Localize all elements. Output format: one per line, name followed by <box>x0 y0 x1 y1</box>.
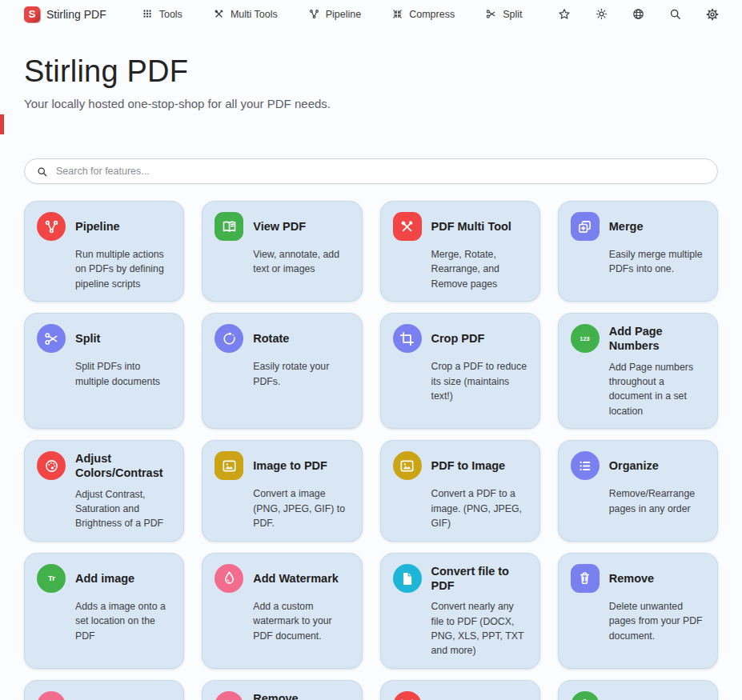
gear-icon[interactable] <box>705 7 720 22</box>
card-description: Remove/Rearrange pages in any order <box>609 486 705 516</box>
compress-icon <box>391 8 403 20</box>
card-description: Convert nearly any file to PDF (DOCX, PN… <box>431 599 527 658</box>
trash-icon <box>571 564 600 593</box>
star-icon[interactable] <box>557 7 572 22</box>
feature-card-add-password[interactable]: Add PasswordEncrypt your PDF document wi… <box>24 680 184 700</box>
list-icon <box>571 451 600 480</box>
svg-text:Tr: Tr <box>47 574 54 582</box>
feature-card-compress[interactable]: CompressCompress PDFs to reduce their fi… <box>380 680 540 700</box>
feature-card-organize[interactable]: OrganizeRemove/Rearrange pages in any or… <box>558 440 718 542</box>
left-edge-red-marker <box>0 114 4 134</box>
card-description: Easily merge multiple PDFs into one. <box>609 247 705 277</box>
numbers-123-icon: 123 <box>571 324 600 353</box>
lock-icon <box>37 691 66 700</box>
card-title: Convert file to PDF <box>431 564 527 593</box>
droplet-icon <box>215 564 243 593</box>
feature-card-image-to-pdf[interactable]: Image to PDFConvert a image (PNG, JPEG, … <box>202 440 362 542</box>
feature-card-add-watermark[interactable]: Add WatermarkAdd a custom watermark to y… <box>202 553 362 669</box>
card-title: Merge <box>609 219 705 234</box>
card-description: Crop a PDF to reduce its size (maintains… <box>431 359 527 403</box>
sun-icon[interactable] <box>595 7 608 21</box>
card-title: Crop PDF <box>431 331 527 346</box>
feature-card-pipeline[interactable]: PipelineRun multiple actions on PDFs by … <box>24 201 184 302</box>
feature-card-convert-file-to-pdf[interactable]: Convert file to PDFConvert nearly any fi… <box>380 553 540 669</box>
brand-name: Stirling PDF <box>46 8 106 21</box>
svg-text:123: 123 <box>580 335 590 342</box>
scissors-icon <box>485 8 497 20</box>
card-title: Add image <box>75 571 171 586</box>
nav-item-pipeline[interactable]: Pipeline <box>308 8 361 20</box>
nav-item-label: Compress <box>409 9 455 20</box>
palette-icon <box>37 451 66 480</box>
search-input[interactable] <box>56 166 706 177</box>
scissors-icon <box>37 324 66 353</box>
card-description: Split PDFs into multiple documents <box>75 359 171 389</box>
feature-card-remove[interactable]: RemoveDelete unwanted pages from your PD… <box>558 553 718 669</box>
feature-card-change-metadata[interactable]: Change MetadataChange/Remove/Add metadat… <box>558 680 718 700</box>
card-description: Run multiple actions on PDFs by defining… <box>75 247 171 291</box>
page-title: Stirling PDF <box>24 54 742 89</box>
feature-card-remove-password[interactable]: Remove PasswordRemove password protectio… <box>202 680 362 700</box>
nav-item-split[interactable]: Split <box>485 8 522 20</box>
nav-item-multi-tools[interactable]: Multi Tools <box>213 8 278 20</box>
card-description: Delete unwanted pages from your PDF docu… <box>609 599 705 643</box>
clipboard-icon <box>571 691 600 700</box>
card-description: Merge, Rotate, Rearrange, and Remove pag… <box>431 247 527 291</box>
pipeline-icon <box>37 212 66 241</box>
feature-card-split[interactable]: SplitSplit PDFs into multiple documents <box>24 313 184 429</box>
card-title: Adjust Colors/Contrast <box>75 451 171 480</box>
card-title: Remove <box>609 571 705 586</box>
image-icon <box>215 451 243 480</box>
globe-icon[interactable] <box>632 7 645 21</box>
page-subtitle: Your locally hosted one-stop-shop for al… <box>24 97 742 110</box>
card-title: Pipeline <box>75 219 171 234</box>
file-icon <box>393 564 422 593</box>
search-bar[interactable] <box>24 158 718 184</box>
card-description: Add Page numbers throughout a document i… <box>609 360 705 419</box>
card-description: Adjust Contrast, Saturation and Brightne… <box>75 487 171 531</box>
feature-card-rotate[interactable]: RotateEasily rotate your PDFs. <box>202 313 362 429</box>
brand-home-link[interactable]: S Stirling PDF <box>24 6 106 22</box>
card-title: Add Page Numbers <box>609 324 705 353</box>
book-open-icon <box>215 212 243 241</box>
card-title: Remove Password <box>253 691 349 700</box>
feature-card-adjust-colors-contrast[interactable]: Adjust Colors/ContrastAdjust Contrast, S… <box>24 440 184 542</box>
card-description: Adds a image onto a set location on the … <box>75 599 171 643</box>
text-Tr-icon: Tr <box>37 564 66 593</box>
compress-icon <box>393 691 422 700</box>
feature-card-pdf-to-image[interactable]: PDF to ImageConvert a PDF to a image. (P… <box>380 440 540 542</box>
card-title: Split <box>75 331 171 346</box>
tools-icon <box>393 212 422 241</box>
card-title: Rotate <box>253 331 349 346</box>
image-icon <box>393 451 422 480</box>
card-title: Image to PDF <box>253 458 349 473</box>
nav-item-compress[interactable]: Compress <box>391 8 455 20</box>
stirling-logo-icon: S <box>24 6 40 22</box>
nav-item-label: Pipeline <box>326 9 361 20</box>
nav-item-tools[interactable]: Tools <box>142 8 182 20</box>
pipeline-icon <box>308 8 320 20</box>
feature-card-add-image[interactable]: TrAdd imageAdds a image onto a set locat… <box>24 553 184 669</box>
feature-card-pdf-multi-tool[interactable]: PDF Multi ToolMerge, Rotate, Rearrange, … <box>380 201 540 302</box>
rotate-icon <box>215 324 243 353</box>
nav-menu: ToolsMulti ToolsPipelineCompressSplit <box>142 8 523 20</box>
card-title: PDF to Image <box>431 458 527 473</box>
card-title: PDF Multi Tool <box>431 219 527 234</box>
crop-icon <box>393 324 422 353</box>
feature-card-merge[interactable]: MergeEasily merge multiple PDFs into one… <box>558 201 718 302</box>
card-description: View, annotate, add text or images <box>253 247 349 277</box>
search-icon[interactable] <box>668 7 682 21</box>
navbar: S Stirling PDF ToolsMulti ToolsPipelineC… <box>0 0 742 27</box>
features-grid: PipelineRun multiple actions on PDFs by … <box>24 201 718 700</box>
card-title: Add Watermark <box>253 571 349 586</box>
nav-item-label: Tools <box>159 9 182 20</box>
feature-card-add-page-numbers[interactable]: 123Add Page NumbersAdd Page numbers thro… <box>558 313 718 429</box>
card-description: Convert a PDF to a image. (PNG, JPEG, GI… <box>431 486 527 530</box>
feature-card-crop-pdf[interactable]: Crop PDFCrop a PDF to reduce its size (m… <box>380 313 540 429</box>
card-description: Convert a image (PNG, JPEG, GIF) to PDF. <box>253 486 349 530</box>
tools-icon <box>213 8 225 20</box>
nav-item-label: Split <box>503 9 522 20</box>
feature-card-view-pdf[interactable]: View PDFView, annotate, add text or imag… <box>202 201 362 302</box>
main-content: Stirling PDF Your locally hosted one-sto… <box>0 54 742 700</box>
card-description: Add a custom watermark to your PDF docum… <box>253 599 349 643</box>
